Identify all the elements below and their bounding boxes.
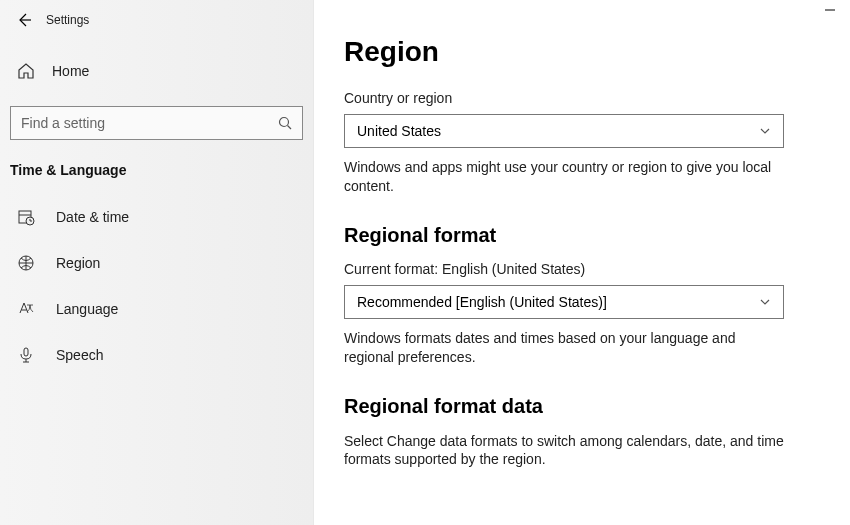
- country-dropdown[interactable]: United States: [344, 114, 784, 148]
- search-container: [0, 106, 313, 140]
- search-input[interactable]: [11, 115, 302, 131]
- nav-label: Speech: [56, 347, 103, 363]
- category-header: Time & Language: [0, 150, 313, 190]
- dropdown-value: Recommended [English (United States)]: [357, 294, 607, 310]
- calendar-clock-icon: [16, 208, 36, 226]
- nav-label: Language: [56, 301, 118, 317]
- window-controls: [824, 4, 836, 16]
- format-description: Windows formats dates and times based on…: [344, 329, 784, 367]
- sidebar-item-home[interactable]: Home: [0, 52, 313, 90]
- home-icon: [16, 62, 36, 80]
- nav-label: Date & time: [56, 209, 129, 225]
- sidebar: Settings Home Time & Language Date & tim…: [0, 0, 314, 525]
- sidebar-item-speech[interactable]: Speech: [0, 332, 313, 378]
- page-title: Region: [344, 36, 820, 68]
- svg-point-0: [280, 118, 289, 127]
- minimize-button[interactable]: [824, 4, 836, 16]
- svg-rect-4: [24, 348, 28, 356]
- home-label: Home: [52, 63, 89, 79]
- country-description: Windows and apps might use your country …: [344, 158, 784, 196]
- titlebar: Settings: [0, 0, 313, 40]
- sidebar-item-language[interactable]: Language: [0, 286, 313, 332]
- search-box[interactable]: [10, 106, 303, 140]
- search-icon: [278, 116, 292, 130]
- app-title: Settings: [46, 13, 89, 27]
- nav-label: Region: [56, 255, 100, 271]
- current-format-label: Current format: English (United States): [344, 261, 820, 277]
- microphone-icon: [16, 346, 36, 364]
- format-dropdown[interactable]: Recommended [English (United States)]: [344, 285, 784, 319]
- dropdown-value: United States: [357, 123, 441, 139]
- chevron-down-icon: [759, 296, 771, 308]
- regional-format-data-title: Regional format data: [344, 395, 820, 418]
- sidebar-item-datetime[interactable]: Date & time: [0, 194, 313, 240]
- regional-format-title: Regional format: [344, 224, 820, 247]
- language-icon: [16, 300, 36, 318]
- back-button[interactable]: [12, 8, 36, 32]
- sidebar-item-region[interactable]: Region: [0, 240, 313, 286]
- main-content: Region Country or region United States W…: [314, 0, 850, 525]
- chevron-down-icon: [759, 125, 771, 137]
- globe-icon: [16, 254, 36, 272]
- minimize-icon: [824, 4, 836, 16]
- country-label: Country or region: [344, 90, 820, 106]
- nav-list: Date & time Region Language Speech: [0, 194, 313, 378]
- arrow-left-icon: [16, 12, 32, 28]
- format-data-description: Select Change data formats to switch amo…: [344, 432, 784, 470]
